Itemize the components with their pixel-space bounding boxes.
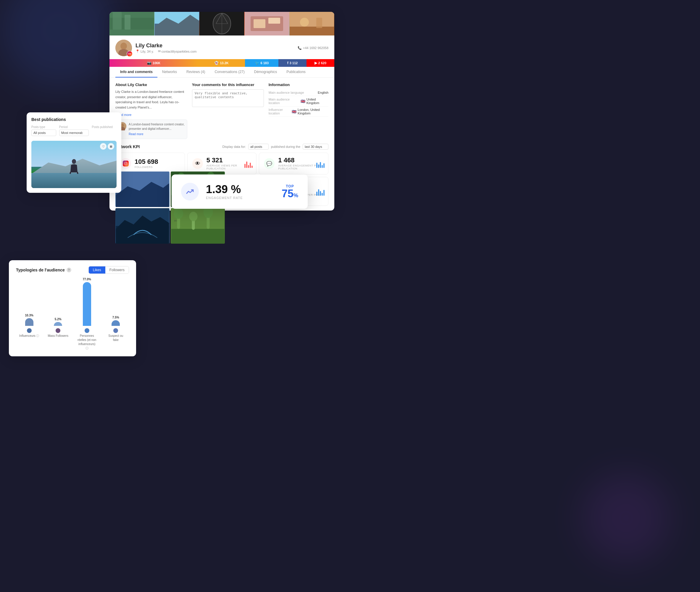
kpi-eye-icon: 👁 (192, 158, 203, 169)
dot-mass (56, 328, 60, 333)
toggle-likes[interactable]: Likes (89, 266, 105, 274)
info-row-location: Influencer location 🇬🇧London, United Kin… (269, 106, 328, 117)
profile-name: Lily Clarke (136, 43, 294, 49)
heart-button[interactable]: ♡ (100, 143, 106, 150)
label-fake: Suspect ou fake (106, 328, 126, 350)
influenceurs-help[interactable]: ⓘ (36, 334, 39, 337)
kpi-engagement-chart (316, 159, 325, 168)
social-facebook[interactable]: f 3 112 (278, 59, 306, 67)
svg-point-29 (126, 163, 127, 163)
info-row-language: Main audience language English (269, 89, 328, 96)
dot-fake (113, 328, 118, 333)
profile-meta: 📍 Lily, 34 y. ✉ contactlilysparkkles.com (136, 49, 294, 53)
dot-influenceurs (27, 328, 32, 333)
filter-row: Posts type All posts Period Most memorab… (31, 126, 116, 137)
svg-rect-46 (171, 229, 225, 244)
comments-textarea[interactable] (192, 89, 264, 107)
social-twitter[interactable]: 🐦 6 183 (245, 59, 278, 67)
chart-bar-influenceurs: 10.3% (19, 314, 40, 326)
avatar-wrap: 130K (115, 40, 132, 56)
engagement-label: ENGAGEMENT RATE (206, 196, 275, 200)
bar-real (83, 282, 91, 326)
about-title: About Lily Clarke (115, 83, 187, 87)
label-mass: Mass Followers (48, 328, 68, 350)
tab-networks[interactable]: Networks (157, 67, 182, 78)
quote-read-more[interactable]: Read more (129, 133, 143, 136)
comments-title: Your comments for this influencer (192, 83, 264, 87)
engagement-value: 1.39 % (206, 184, 275, 195)
photo-strip-3 (199, 12, 244, 36)
audience-header: Typologies de l'audience ? Likes Followe… (16, 266, 129, 274)
audience-title: Typologies de l'audience ? (16, 267, 71, 273)
info-row-audience: Main audience location 🇬🇧United Kingdom (269, 96, 328, 106)
toggle-buttons: Likes Followers (88, 266, 129, 274)
social-insta[interactable]: 📷 106K (109, 59, 198, 67)
kpi-likes-chart (316, 187, 325, 196)
profile-email-icon: ✉ contactlilysparkkles.com (158, 49, 197, 53)
kpi-insta-icon (121, 158, 131, 169)
chart-labels: Influenceurs ⓘ Mass Followers Personnes … (16, 328, 129, 350)
photo-strip-1 (109, 12, 154, 36)
facebook-icon: f (287, 61, 288, 65)
pub-heart-icon: ♡ ⊞ (100, 143, 114, 150)
svg-rect-15 (253, 19, 265, 28)
insta-icon: 📷 (147, 61, 151, 65)
chart-area: 10.3% 5.2% 77.0% 7.5% (16, 279, 129, 326)
engagement-rate-card: 1.39 % ENGAGEMENT RATE TOP 75% (172, 175, 308, 209)
tab-demographics[interactable]: Démographics (249, 67, 282, 78)
posts-type-select[interactable]: All posts (31, 130, 56, 136)
chart-bar-fake: 7.5% (106, 316, 126, 326)
filter-posts-type: Posts type All posts (31, 126, 56, 137)
tabs: Info and comments Networks Reviews (4) C… (109, 67, 334, 78)
photo-grid-1 (115, 171, 170, 207)
tab-publications[interactable]: Publications (282, 67, 310, 78)
kpi-header: Network KPI Display data for: all posts … (115, 144, 328, 150)
photo-strip-4 (244, 12, 289, 36)
svg-point-30 (72, 159, 76, 164)
engagement-content: 1.39 % ENGAGEMENT RATE (206, 184, 275, 200)
bookmark-button[interactable]: ⊞ (108, 143, 114, 150)
info-audience-value: 🇬🇧United Kingdom (300, 98, 328, 105)
period-label: Period (59, 126, 89, 129)
real-help[interactable]: ⓘ (86, 347, 88, 350)
information-section: Information Main audience language Engli… (269, 83, 328, 139)
info-title: Information (269, 83, 328, 87)
best-pubs-title: Best publications (31, 117, 116, 122)
svg-point-22 (121, 43, 127, 50)
tab-info[interactable]: Info and comments (115, 67, 157, 78)
about-section: About Lily Clarke Lily Clarke is a Londo… (115, 83, 187, 139)
filter-period: Period Most memorable first (59, 126, 89, 137)
best-publications-card: Best publications Posts type All posts P… (27, 112, 121, 193)
label-influenceurs: Influenceurs ⓘ (19, 328, 40, 350)
profile-phone: 📞 +44 1692 962058 (298, 46, 328, 50)
tab-conversations[interactable]: Conversations (27) (210, 67, 249, 78)
svg-rect-18 (290, 27, 334, 36)
kpi-filter-posts[interactable]: all posts (248, 144, 269, 150)
label-real: Personnes réelles (et non influenceurs) … (77, 328, 97, 350)
kpi-followers-value: 105 698 (135, 158, 158, 165)
profile-location-icon: 📍 Lily, 34 y. (136, 49, 154, 53)
tab-reviews[interactable]: Reviews (4) (182, 67, 210, 78)
svg-rect-20 (316, 18, 322, 28)
kpi-followers-label: FOLLOWERS (135, 165, 158, 168)
period-select[interactable]: Most memorable first (59, 130, 89, 136)
audience-help-icon[interactable]: ? (66, 267, 71, 273)
toggle-followers[interactable]: Followers (105, 266, 129, 274)
photo-strip-5 (289, 12, 334, 36)
publication-image: ♡ ⊞ (31, 141, 116, 188)
info-language-value: English (318, 91, 328, 94)
snap-icon: 👻 (214, 61, 219, 65)
quote-content: A London-based freelance content creator… (129, 122, 185, 136)
svg-point-50 (189, 212, 198, 221)
photo-strip-2 (154, 12, 199, 36)
social-snap[interactable]: 👻 13.2K (198, 59, 245, 67)
dot-real (85, 328, 89, 333)
posts-type-label: Posts type (31, 126, 56, 129)
top-value: 75% (282, 188, 298, 199)
about-text: Lily Clarke is a London-based freelance … (115, 89, 187, 110)
svg-point-19 (300, 18, 309, 27)
kpi-followers-content: 105 698 FOLLOWERS (135, 158, 158, 168)
social-youtube[interactable]: ▶ 2 620 (307, 59, 334, 67)
kpi-filter-period[interactable]: last 30 days (303, 144, 328, 150)
insta-badge: 130K (127, 51, 133, 57)
